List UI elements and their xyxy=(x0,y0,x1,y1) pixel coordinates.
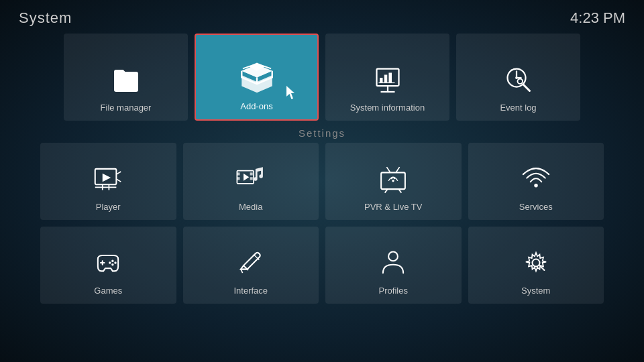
event-log-icon xyxy=(501,62,536,97)
svg-rect-26 xyxy=(250,177,252,180)
svg-rect-23 xyxy=(237,172,239,175)
tile-system-information[interactable]: System information xyxy=(325,34,449,121)
media-label: Media xyxy=(239,202,262,212)
file-manager-label: File manager xyxy=(101,103,152,113)
system-information-icon xyxy=(370,62,405,97)
system-label: System xyxy=(521,286,550,296)
games-icon xyxy=(91,245,125,280)
tile-media[interactable]: Media xyxy=(183,143,319,220)
svg-point-38 xyxy=(115,261,117,263)
svg-rect-25 xyxy=(250,172,252,175)
games-label: Games xyxy=(94,286,122,296)
services-label: Services xyxy=(519,202,553,212)
svg-point-12 xyxy=(515,76,518,79)
svg-point-33 xyxy=(392,180,394,182)
svg-line-31 xyxy=(387,167,391,172)
tile-interface[interactable]: Interface xyxy=(183,227,319,304)
cursor-icon xyxy=(286,86,299,101)
tile-player[interactable]: Player xyxy=(40,143,176,220)
svg-point-39 xyxy=(111,263,113,265)
svg-rect-7 xyxy=(388,73,392,83)
settings-grid: Player Media xyxy=(0,143,644,304)
add-ons-label: Add-ons xyxy=(240,101,272,111)
player-icon xyxy=(91,162,125,196)
page-title: System xyxy=(19,9,72,27)
svg-point-44 xyxy=(388,252,398,261)
header: System 4:23 PM xyxy=(0,0,644,31)
settings-section-label: Settings xyxy=(0,127,644,139)
interface-label: Interface xyxy=(233,286,268,296)
tile-pvr-live-tv[interactable]: PVR & Live TV xyxy=(325,143,462,220)
svg-marker-27 xyxy=(244,174,249,181)
profiles-label: Profiles xyxy=(379,286,408,296)
tile-event-log[interactable]: Event log xyxy=(456,34,580,121)
tile-file-manager[interactable]: File manager xyxy=(64,34,188,121)
tile-games[interactable]: Games xyxy=(40,227,176,304)
tile-services[interactable]: Services xyxy=(468,143,604,220)
tile-profiles[interactable]: Profiles xyxy=(325,227,462,304)
tile-system[interactable]: System xyxy=(468,227,604,304)
system-icon xyxy=(519,245,553,280)
pvr-live-tv-label: PVR & Live TV xyxy=(364,202,422,212)
media-icon xyxy=(233,162,268,196)
svg-rect-2 xyxy=(376,69,398,86)
pvr-live-tv-icon xyxy=(376,162,411,196)
svg-marker-18 xyxy=(103,174,111,182)
svg-point-45 xyxy=(532,259,539,267)
tile-add-ons[interactable]: Add-ons xyxy=(195,34,319,121)
svg-point-34 xyxy=(534,184,538,188)
player-label: Player xyxy=(96,202,121,212)
event-log-label: Event log xyxy=(500,103,536,113)
svg-point-37 xyxy=(111,260,113,262)
interface-icon xyxy=(233,245,268,280)
system-information-label: System information xyxy=(350,103,425,113)
svg-line-13 xyxy=(523,84,529,91)
top-tiles-row: File manager Add-ons xyxy=(0,34,644,121)
add-ons-icon xyxy=(239,61,274,96)
svg-rect-6 xyxy=(384,75,387,83)
svg-point-40 xyxy=(109,261,111,263)
clock: 4:23 PM xyxy=(570,9,625,27)
svg-point-14 xyxy=(517,79,523,84)
file-manager-icon xyxy=(109,62,144,97)
profiles-icon xyxy=(376,245,411,280)
svg-rect-5 xyxy=(380,78,383,83)
svg-line-32 xyxy=(396,167,400,172)
svg-rect-24 xyxy=(237,177,239,180)
services-icon xyxy=(519,162,553,196)
